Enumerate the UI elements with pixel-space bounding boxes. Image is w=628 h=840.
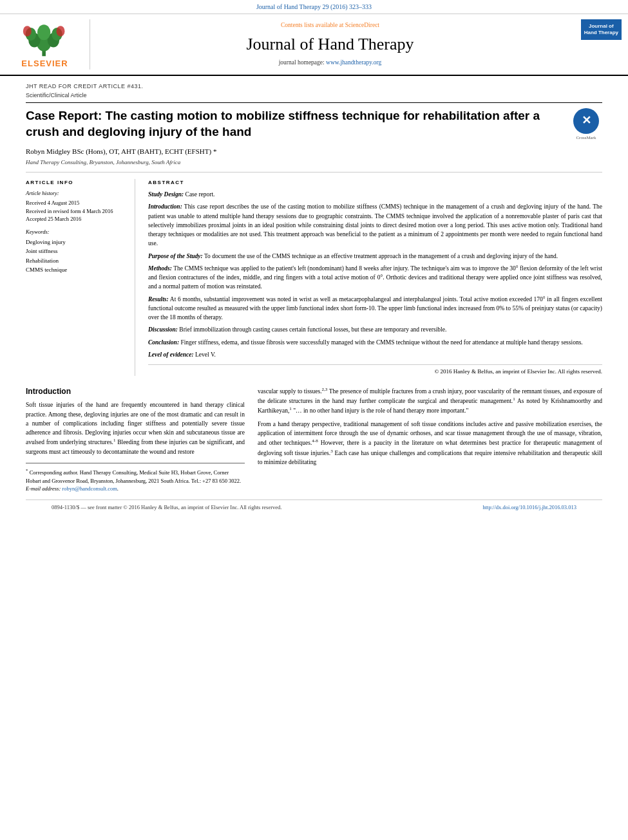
accepted-date: Accepted 25 March 2016 xyxy=(26,215,126,223)
keyword-4: CMMS technique xyxy=(26,265,126,274)
journal-header: ELSEVIER Contents lists available at Sci… xyxy=(0,14,628,76)
top-bar: Journal of Hand Therapy 29 (2016) 323–33… xyxy=(0,0,628,14)
discussion-label: Discussion: xyxy=(148,326,178,333)
abstract-conclusion: Conclusion: Finger stiffness, edema, and… xyxy=(148,338,602,347)
divider xyxy=(26,172,602,173)
intro-para-right-1: vascular supply to tissues.2,3 The prese… xyxy=(258,386,602,416)
author-line: Robyn Midgley BSc (Hons), OT, AHT (BAHT)… xyxy=(26,147,602,156)
intro-para-right-2: From a hand therapy perspective, traditi… xyxy=(258,420,602,467)
article-body: JHT Read for Credit Article #431. Scient… xyxy=(0,76,628,522)
jht-read-label: JHT Read for Credit Article #431. xyxy=(26,82,602,91)
svg-point-7 xyxy=(23,26,31,37)
journal-logo-box: Journal of Hand Therapy xyxy=(581,19,622,41)
footnotes-section: * Corresponding author. Hand Therapy Con… xyxy=(26,463,245,493)
conclusion-label: Conclusion: xyxy=(148,339,179,346)
issn-text: 0894-1130/$ — see front matter © 2016 Ha… xyxy=(52,504,281,512)
sciencedirect-label: Contents lists available at ScienceDirec… xyxy=(281,21,379,30)
journal-header-logo: ELSEVIER xyxy=(6,19,90,70)
footnote-email: E-mail address: robyn@handconsult.com. xyxy=(26,485,245,493)
abstract-discussion: Discussion: Brief immobilization through… xyxy=(148,325,602,334)
svg-point-6 xyxy=(37,24,50,40)
journal-homepage: journal homepage: www.jhandtherapy.org xyxy=(279,59,382,67)
abstract-label: Abstract xyxy=(148,179,602,186)
crossmark-icon: ✕ xyxy=(573,108,599,134)
journal-url[interactable]: www.jhandtherapy.org xyxy=(326,59,381,66)
footnote-star: * Corresponding author. Hand Therapy Con… xyxy=(26,467,245,485)
article-info-abstract: Article Info Article history: Received 4… xyxy=(26,179,602,376)
intro-para-1: Soft tissue injuries of the hand are fre… xyxy=(26,400,245,456)
purpose-label: Purpose of the Study: xyxy=(148,253,203,259)
article-type-header: JHT Read for Credit Article #431. Scient… xyxy=(26,82,602,103)
revised-date: Received in revised form 4 March 2016 xyxy=(26,207,126,216)
abstract-level: Level of evidence: Level V. xyxy=(148,350,602,359)
abstract-study-design: Study Design: Case report. xyxy=(148,190,602,199)
study-design-label: Study Design: xyxy=(148,191,184,198)
bottom-bar: 0894-1130/$ — see front matter © 2016 Ha… xyxy=(26,499,602,516)
elsevier-brand-text: ELSEVIER xyxy=(21,58,68,70)
abstract-results: Results: At 6 months, substantial improv… xyxy=(148,295,602,322)
article-title-section: Case Report: The casting motion to mobil… xyxy=(26,108,602,142)
journal-title: Journal of Hand Therapy xyxy=(246,33,414,56)
abstract-intro: Introduction: This case report describes… xyxy=(148,202,602,248)
introduction-section: Introduction Soft tissue injuries of the… xyxy=(26,386,602,494)
keyword-2: Joint stiffness xyxy=(26,247,126,256)
level-label: Level of evidence: xyxy=(148,351,194,358)
abstract-copyright: © 2016 Hanley & Belfus, an imprint of El… xyxy=(148,364,602,376)
article-info: Article Info Article history: Received 4… xyxy=(26,179,126,275)
article-info-label: Article Info xyxy=(26,179,126,186)
affiliation: Hand Therapy Consulting, Bryanston, Joha… xyxy=(26,158,602,167)
abstract-purpose: Purpose of the Study: To document the us… xyxy=(148,252,602,261)
journal-header-center: Contents lists available at ScienceDirec… xyxy=(90,19,570,70)
results-label: Results: xyxy=(148,296,169,303)
keywords-label: Keywords: xyxy=(26,229,126,236)
elsevier-logo: ELSEVIER xyxy=(19,19,71,70)
intro-left-col: Introduction Soft tissue injuries of the… xyxy=(26,386,245,494)
crossmark-badge: ✕ CrossMark xyxy=(570,108,602,142)
elsevier-tree-icon xyxy=(19,19,71,58)
keyword-3: Rehabilitation xyxy=(26,256,126,265)
abstract-section: Abstract Study Design: Case report. Intr… xyxy=(148,179,602,376)
intro-label: Introduction: xyxy=(148,203,182,210)
scientific-article-label: Scientific/Clinical Article xyxy=(26,91,602,100)
journal-header-right: Journal of Hand Therapy xyxy=(570,19,622,70)
email-link[interactable]: robyn@handconsult.com xyxy=(62,485,117,492)
crossmark-label: CrossMark xyxy=(576,135,596,142)
intro-right-col: vascular supply to tissues.2,3 The prese… xyxy=(258,386,602,494)
history-label: Article history: xyxy=(26,190,126,198)
article-info-column: Article Info Article history: Received 4… xyxy=(26,179,135,376)
doi-link[interactable]: http://dx.doi.org/10.1016/j.jht.2016.03.… xyxy=(482,504,576,512)
received-date: Received 4 August 2015 xyxy=(26,199,126,207)
article-history: Article history: Received 4 August 2015 … xyxy=(26,190,126,223)
abstract-column: Abstract Study Design: Case report. Intr… xyxy=(148,179,602,376)
abstract-methods: Methods: The CMMS technique was applied … xyxy=(148,264,602,292)
journal-citation: Journal of Hand Therapy 29 (2016) 323–33… xyxy=(256,3,372,10)
methods-label: Methods: xyxy=(148,265,172,272)
article-title: Case Report: The casting motion to mobil… xyxy=(26,108,564,140)
keywords-section: Keywords: Degloving injury Joint stiffne… xyxy=(26,229,126,274)
introduction-heading: Introduction xyxy=(26,386,245,397)
keyword-1: Degloving injury xyxy=(26,238,126,247)
svg-point-8 xyxy=(56,26,64,37)
